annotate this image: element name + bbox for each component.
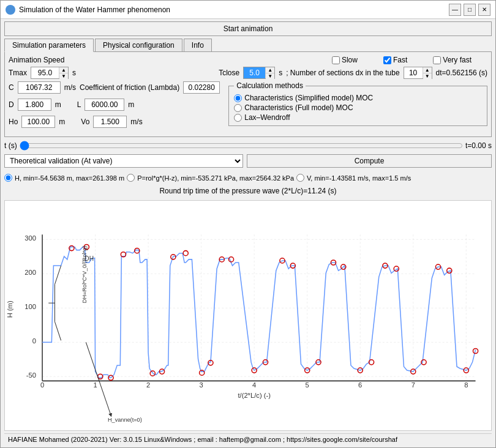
lambda-input[interactable]	[183, 81, 220, 94]
title-bar-controls: — □ ✕	[449, 4, 490, 16]
tab-info[interactable]: Info	[184, 39, 212, 51]
slow-label: Slow	[342, 56, 358, 64]
ho-input[interactable]	[21, 116, 55, 128]
chart-svg: 300 200 100 0 -50 0 1 2 3 4 5 6 7 8 H (m…	[5, 201, 491, 430]
svg-text:5: 5	[306, 381, 309, 389]
vo-unit: m/s	[130, 118, 142, 126]
tclose-spin-up[interactable]: ▲	[266, 67, 274, 73]
tab-content-simulation: Animation Speed Slow Fast Very fast	[4, 52, 492, 137]
fast-checkbox[interactable]	[383, 56, 391, 64]
svg-text:6: 6	[358, 381, 362, 389]
minimize-button[interactable]: —	[449, 4, 461, 16]
svg-text:0: 0	[32, 337, 36, 345]
svg-text:H (m): H (m)	[6, 301, 13, 318]
d-input[interactable]	[18, 99, 51, 111]
calc-method-3-row: Lax–Wendroff	[234, 113, 482, 122]
svg-text:-50: -50	[26, 371, 36, 379]
svg-text:100: 100	[24, 303, 36, 310]
tab-simulation-parameters[interactable]: Simulation parameters	[4, 39, 94, 52]
slow-checkbox-group: Slow	[332, 56, 358, 64]
chart-area: 300 200 100 0 -50 0 1 2 3 4 5 6 7 8 H (m…	[4, 200, 492, 431]
footer-text: HAFIANE Mohamed (2020-2021) Ver: 3.0.15 …	[8, 436, 397, 443]
time-left-label: t (s)	[4, 141, 17, 150]
svg-text:3: 3	[200, 381, 203, 389]
tmax-label: Tmax	[9, 69, 27, 77]
tmax-spin-down[interactable]: ▼	[59, 73, 68, 79]
ho-label: Ho	[9, 118, 18, 126]
tmax-tclose-row: Tmax ▲ ▼ s Tclose ▲	[9, 67, 487, 79]
slow-checkbox[interactable]	[332, 56, 340, 64]
result-v-label: V, min=-1.43581 m/s, max=1.5 m/s	[307, 174, 411, 182]
round-trip-row: Round trip time of the pressure wave (2*…	[4, 187, 492, 195]
calc-method-2-radio[interactable]	[234, 104, 242, 112]
results-row: H, min=-54.5638 m, max=261.398 m P=rol*g…	[4, 174, 492, 182]
result-p-label: P=rol*g*(H-z), min=-535.271 kPa, max=256…	[137, 174, 294, 182]
tclose-label: Tclose	[219, 69, 239, 77]
time-slider[interactable]	[20, 141, 463, 151]
dropdown-compute-row: Theoretical validation (At valve) Comput…	[4, 154, 492, 168]
location-dropdown[interactable]: Theoretical validation (At valve)	[4, 154, 243, 168]
tmax-spin-up[interactable]: ▲	[59, 67, 68, 73]
c-input[interactable]	[18, 81, 61, 94]
l-input[interactable]	[85, 99, 124, 111]
sections-input[interactable]	[404, 67, 423, 78]
tclose-unit: s	[279, 69, 282, 77]
result-v-radio[interactable]	[296, 174, 304, 182]
tabs-container: Simulation parameters Physical configura…	[4, 39, 492, 52]
maximize-button[interactable]: □	[464, 4, 476, 16]
vo-input[interactable]	[93, 116, 127, 128]
veryfast-checkbox-group: Very fast	[433, 56, 472, 64]
result-h-label: H, min=-54.5638 m, max=261.398 m	[15, 174, 124, 182]
params-row: C m/s Coefficient of friction (Lambda) D…	[9, 81, 487, 130]
svg-text:7: 7	[411, 381, 415, 389]
title-bar: Simulation of the Water Hammer phenomeno…	[1, 1, 495, 19]
svg-text:4: 4	[252, 381, 256, 389]
tclose-input[interactable]	[244, 67, 265, 78]
start-animation-button[interactable]: Start animation	[4, 21, 492, 36]
ho-unit: m	[59, 118, 65, 126]
svg-text:t/(2*L/c) (-): t/(2*L/c) (-)	[238, 392, 271, 399]
calc-method-2-row: Characteristics (Full model) MOC	[234, 103, 482, 112]
c-label: C	[9, 83, 14, 92]
tmax-input[interactable]	[31, 67, 59, 78]
fast-label: Fast	[393, 56, 407, 64]
veryfast-checkbox[interactable]	[433, 56, 441, 64]
svg-text:0: 0	[40, 381, 44, 389]
result-h-radio[interactable]	[4, 174, 12, 182]
tclose-spin-down[interactable]: ▼	[266, 73, 274, 79]
calc-method-1-radio[interactable]	[234, 94, 242, 102]
tmax-spin: ▲ ▼	[59, 67, 68, 78]
animation-speed-label: Animation Speed	[9, 56, 64, 64]
left-params: C m/s Coefficient of friction (Lambda) D…	[9, 81, 220, 130]
sections-spin-up[interactable]: ▲	[423, 67, 432, 73]
compute-button[interactable]: Compute	[247, 154, 492, 168]
footer: HAFIANE Mohamed (2020-2021) Ver: 3.0.15 …	[4, 433, 492, 445]
svg-text:8: 8	[464, 381, 468, 389]
c-row: C m/s Coefficient of friction (Lambda)	[9, 81, 220, 94]
ho-vo-row: Ho m Vo m/s	[9, 116, 220, 128]
animation-speed-row: Animation Speed Slow Fast Very fast	[9, 56, 487, 64]
c-unit: m/s	[64, 83, 76, 92]
friction-label: Coefficient of friction (Lambda)	[80, 83, 179, 92]
calc-methods-legend: Calculation methods	[234, 81, 306, 90]
time-slider-row: t (s) t=0.00 s	[4, 141, 492, 151]
round-trip-label: Round trip time of the pressure wave (2*…	[159, 187, 336, 195]
tab-physical-configuration[interactable]: Physical configuration	[95, 39, 182, 51]
main-window: Simulation of the Water Hammer phenomeno…	[0, 0, 496, 448]
result-p-radio[interactable]	[127, 174, 135, 182]
fast-checkbox-group: Fast	[383, 56, 407, 64]
window-title: Simulation of the Water Hammer phenomeno…	[19, 6, 449, 14]
svg-text:200: 200	[24, 269, 36, 276]
time-right-label: t=0.00 s	[465, 141, 492, 150]
close-button[interactable]: ✕	[478, 4, 490, 16]
tclose-spin: ▲ ▼	[265, 67, 274, 78]
tclose-input-group: ▲ ▼	[243, 67, 275, 79]
veryfast-label: Very fast	[443, 56, 472, 64]
calc-method-1-label: Characteristics (Simplified model) MOC	[244, 94, 373, 102]
calc-method-2-label: Characteristics (Full model) MOC	[244, 103, 353, 112]
sections-spin-down[interactable]: ▼	[423, 73, 432, 79]
app-icon	[6, 5, 15, 15]
calc-methods-group: Calculation methods Characteristics (Sim…	[228, 81, 487, 126]
calc-method-3-radio[interactable]	[234, 114, 242, 122]
sections-label: ; Number of sections dx in the tube	[286, 69, 399, 77]
